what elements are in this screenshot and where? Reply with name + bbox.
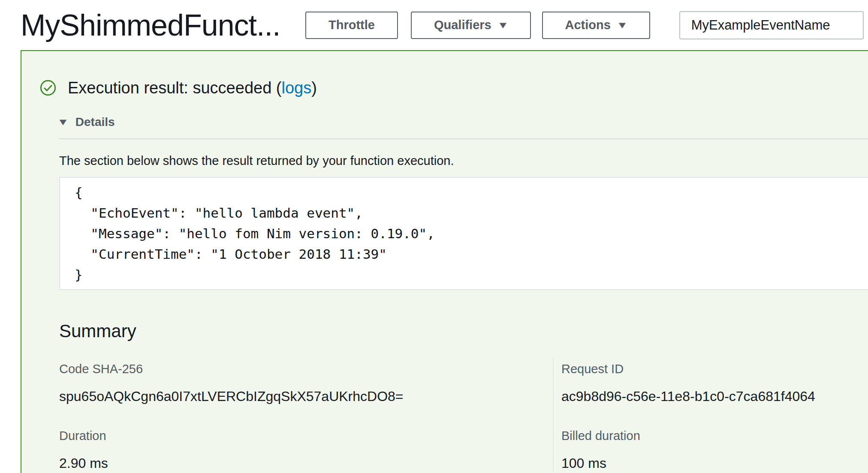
throttle-button-label: Throttle [329,18,375,32]
check-circle-icon [39,79,57,96]
duration-label: Duration [59,428,553,443]
result-json-content: { "EchoEvent": "hello lambda event", "Me… [75,182,862,285]
throttle-button[interactable]: Throttle [305,12,398,39]
summary-item-duration: Duration 2.90 ms [59,428,553,472]
chevron-down-icon: ▼ [497,21,509,30]
lambda-console-page: MyShimmedFunct... Throttle Qualifiers ▼ … [0,0,868,473]
test-event-select-value: MyExampleEventName [691,18,830,33]
summary-item-code-sha: Code SHA-256 spu65oAQkCgn6a0I7xtLVERCbIZ… [59,361,553,405]
execution-result-heading: Execution result: succeeded (logs) [68,78,317,98]
triangle-down-icon: ▼ [57,117,69,127]
function-name-title: MyShimmedFunct... [21,8,296,42]
details-expander-toggle[interactable]: ▼ Details [58,115,868,129]
logs-link[interactable]: logs [282,79,312,97]
billed-duration-value: 100 ms [561,455,868,472]
actions-button-label: Actions [565,18,611,32]
qualifiers-button-label: Qualifiers [434,18,491,32]
result-json-box: { "EchoEvent": "hello lambda event", "Me… [59,177,868,290]
function-header: MyShimmedFunct... Throttle Qualifiers ▼ … [0,0,868,50]
chevron-down-icon: ▼ [616,21,628,30]
summary-item-billed-duration: Billed duration 100 ms [553,428,868,472]
result-description-text: The section below shows the result retur… [59,152,868,169]
duration-value: 2.90 ms [59,455,553,472]
execution-result-text: Execution result: succeeded ( [68,79,282,97]
details-divider [59,138,868,139]
actions-dropdown-button[interactable]: Actions ▼ [542,12,650,39]
summary-item-request-id: Request ID ac9b8d96-c56e-11e8-b1c0-c7ca6… [553,361,868,405]
execution-result-text-suffix: ) [311,79,317,97]
billed-duration-label: Billed duration [561,428,868,443]
test-event-select[interactable]: MyExampleEventName [679,11,864,39]
execution-result-heading-row: Execution result: succeeded (logs) [39,78,868,98]
execution-result-panel: Execution result: succeeded (logs) ▼ Det… [21,50,868,473]
summary-grid: Code SHA-256 spu65oAQkCgn6a0I7xtLVERCbIZ… [59,361,868,472]
summary-title: Summary [59,320,868,342]
request-id-value: ac9b8d96-c56e-11e8-b1c0-c7ca681f4064 [561,388,868,405]
qualifiers-dropdown-button[interactable]: Qualifiers ▼ [411,12,531,39]
code-sha-label: Code SHA-256 [59,361,553,377]
code-sha-value: spu65oAQkCgn6a0I7xtLVERCbIZgqSkX57aUKrhc… [59,388,553,405]
request-id-label: Request ID [561,361,868,377]
details-expander-label: Details [75,115,115,129]
